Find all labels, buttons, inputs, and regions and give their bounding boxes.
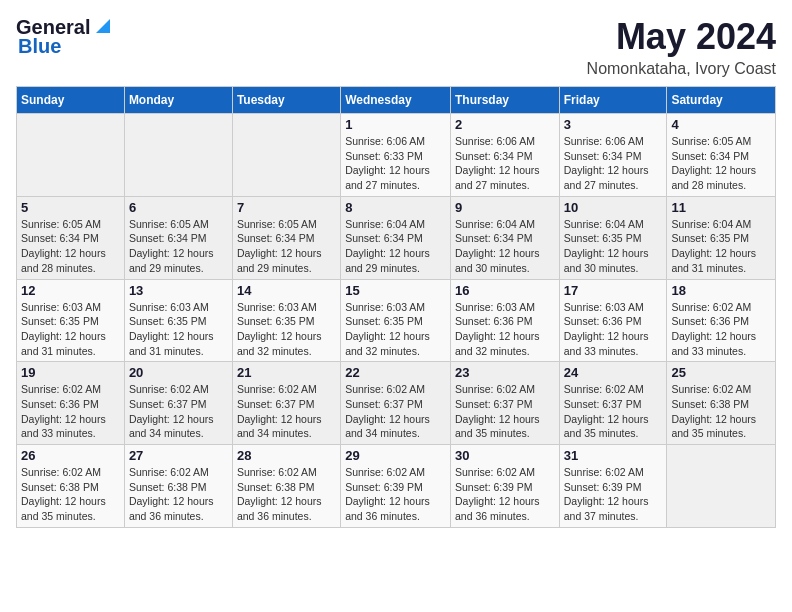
day-info: Sunrise: 6:02 AMSunset: 6:37 PMDaylight:… — [129, 383, 214, 439]
weekday-header: Saturday — [667, 87, 776, 114]
calendar-week-row: 26 Sunrise: 6:02 AMSunset: 6:38 PMDaylig… — [17, 445, 776, 528]
day-number: 1 — [345, 117, 446, 132]
day-number: 12 — [21, 283, 120, 298]
day-number: 28 — [237, 448, 336, 463]
day-number: 9 — [455, 200, 555, 215]
day-info: Sunrise: 6:02 AMSunset: 6:37 PMDaylight:… — [564, 383, 649, 439]
month-year: May 2024 — [587, 16, 776, 58]
weekday-header: Thursday — [450, 87, 559, 114]
day-number: 5 — [21, 200, 120, 215]
calendar-day-cell — [667, 445, 776, 528]
calendar-day-cell: 19 Sunrise: 6:02 AMSunset: 6:36 PMDaylig… — [17, 362, 125, 445]
location: Nomonkataha, Ivory Coast — [587, 60, 776, 78]
day-info: Sunrise: 6:02 AMSunset: 6:38 PMDaylight:… — [671, 383, 756, 439]
calendar-day-cell: 28 Sunrise: 6:02 AMSunset: 6:38 PMDaylig… — [232, 445, 340, 528]
calendar-day-cell: 8 Sunrise: 6:04 AMSunset: 6:34 PMDayligh… — [341, 196, 451, 279]
day-number: 3 — [564, 117, 663, 132]
day-info: Sunrise: 6:05 AMSunset: 6:34 PMDaylight:… — [129, 218, 214, 274]
weekday-header: Monday — [124, 87, 232, 114]
day-info: Sunrise: 6:02 AMSunset: 6:38 PMDaylight:… — [129, 466, 214, 522]
weekday-header: Sunday — [17, 87, 125, 114]
weekday-header: Friday — [559, 87, 667, 114]
calendar-day-cell: 18 Sunrise: 6:02 AMSunset: 6:36 PMDaylig… — [667, 279, 776, 362]
page-header: General Blue May 2024 Nomonkataha, Ivory… — [16, 16, 776, 78]
logo: General Blue — [16, 16, 114, 58]
day-number: 20 — [129, 365, 228, 380]
day-info: Sunrise: 6:03 AMSunset: 6:35 PMDaylight:… — [21, 301, 106, 357]
calendar-week-row: 5 Sunrise: 6:05 AMSunset: 6:34 PMDayligh… — [17, 196, 776, 279]
day-number: 10 — [564, 200, 663, 215]
day-info: Sunrise: 6:04 AMSunset: 6:35 PMDaylight:… — [564, 218, 649, 274]
calendar-day-cell: 3 Sunrise: 6:06 AMSunset: 6:34 PMDayligh… — [559, 114, 667, 197]
day-info: Sunrise: 6:03 AMSunset: 6:35 PMDaylight:… — [237, 301, 322, 357]
calendar-header-row: SundayMondayTuesdayWednesdayThursdayFrid… — [17, 87, 776, 114]
day-number: 29 — [345, 448, 446, 463]
calendar-day-cell: 16 Sunrise: 6:03 AMSunset: 6:36 PMDaylig… — [450, 279, 559, 362]
day-info: Sunrise: 6:02 AMSunset: 6:39 PMDaylight:… — [455, 466, 540, 522]
calendar-week-row: 19 Sunrise: 6:02 AMSunset: 6:36 PMDaylig… — [17, 362, 776, 445]
day-number: 19 — [21, 365, 120, 380]
day-info: Sunrise: 6:02 AMSunset: 6:39 PMDaylight:… — [564, 466, 649, 522]
day-info: Sunrise: 6:05 AMSunset: 6:34 PMDaylight:… — [237, 218, 322, 274]
day-number: 17 — [564, 283, 663, 298]
day-number: 8 — [345, 200, 446, 215]
day-number: 27 — [129, 448, 228, 463]
day-number: 30 — [455, 448, 555, 463]
day-number: 4 — [671, 117, 771, 132]
day-number: 21 — [237, 365, 336, 380]
day-info: Sunrise: 6:02 AMSunset: 6:37 PMDaylight:… — [345, 383, 430, 439]
day-info: Sunrise: 6:02 AMSunset: 6:37 PMDaylight:… — [455, 383, 540, 439]
calendar-day-cell: 7 Sunrise: 6:05 AMSunset: 6:34 PMDayligh… — [232, 196, 340, 279]
day-info: Sunrise: 6:03 AMSunset: 6:35 PMDaylight:… — [129, 301, 214, 357]
calendar-day-cell: 20 Sunrise: 6:02 AMSunset: 6:37 PMDaylig… — [124, 362, 232, 445]
calendar-day-cell: 25 Sunrise: 6:02 AMSunset: 6:38 PMDaylig… — [667, 362, 776, 445]
day-info: Sunrise: 6:04 AMSunset: 6:34 PMDaylight:… — [345, 218, 430, 274]
day-number: 22 — [345, 365, 446, 380]
day-number: 14 — [237, 283, 336, 298]
day-info: Sunrise: 6:06 AMSunset: 6:33 PMDaylight:… — [345, 135, 430, 191]
calendar-day-cell — [124, 114, 232, 197]
calendar-day-cell: 27 Sunrise: 6:02 AMSunset: 6:38 PMDaylig… — [124, 445, 232, 528]
calendar-day-cell: 1 Sunrise: 6:06 AMSunset: 6:33 PMDayligh… — [341, 114, 451, 197]
day-info: Sunrise: 6:02 AMSunset: 6:38 PMDaylight:… — [21, 466, 106, 522]
day-number: 16 — [455, 283, 555, 298]
day-number: 11 — [671, 200, 771, 215]
day-info: Sunrise: 6:02 AMSunset: 6:37 PMDaylight:… — [237, 383, 322, 439]
day-number: 24 — [564, 365, 663, 380]
day-info: Sunrise: 6:03 AMSunset: 6:36 PMDaylight:… — [564, 301, 649, 357]
day-number: 15 — [345, 283, 446, 298]
day-number: 26 — [21, 448, 120, 463]
day-info: Sunrise: 6:06 AMSunset: 6:34 PMDaylight:… — [564, 135, 649, 191]
day-number: 18 — [671, 283, 771, 298]
calendar-day-cell: 21 Sunrise: 6:02 AMSunset: 6:37 PMDaylig… — [232, 362, 340, 445]
title-block: May 2024 Nomonkataha, Ivory Coast — [587, 16, 776, 78]
calendar-day-cell: 26 Sunrise: 6:02 AMSunset: 6:38 PMDaylig… — [17, 445, 125, 528]
day-number: 7 — [237, 200, 336, 215]
calendar-day-cell: 11 Sunrise: 6:04 AMSunset: 6:35 PMDaylig… — [667, 196, 776, 279]
calendar-week-row: 12 Sunrise: 6:03 AMSunset: 6:35 PMDaylig… — [17, 279, 776, 362]
weekday-header: Tuesday — [232, 87, 340, 114]
day-info: Sunrise: 6:03 AMSunset: 6:36 PMDaylight:… — [455, 301, 540, 357]
calendar-day-cell: 9 Sunrise: 6:04 AMSunset: 6:34 PMDayligh… — [450, 196, 559, 279]
calendar-day-cell: 15 Sunrise: 6:03 AMSunset: 6:35 PMDaylig… — [341, 279, 451, 362]
day-number: 13 — [129, 283, 228, 298]
day-info: Sunrise: 6:06 AMSunset: 6:34 PMDaylight:… — [455, 135, 540, 191]
calendar-day-cell: 4 Sunrise: 6:05 AMSunset: 6:34 PMDayligh… — [667, 114, 776, 197]
day-info: Sunrise: 6:04 AMSunset: 6:35 PMDaylight:… — [671, 218, 756, 274]
calendar-table: SundayMondayTuesdayWednesdayThursdayFrid… — [16, 86, 776, 528]
calendar-day-cell: 6 Sunrise: 6:05 AMSunset: 6:34 PMDayligh… — [124, 196, 232, 279]
day-number: 6 — [129, 200, 228, 215]
calendar-day-cell: 13 Sunrise: 6:03 AMSunset: 6:35 PMDaylig… — [124, 279, 232, 362]
calendar-day-cell: 23 Sunrise: 6:02 AMSunset: 6:37 PMDaylig… — [450, 362, 559, 445]
calendar-day-cell: 12 Sunrise: 6:03 AMSunset: 6:35 PMDaylig… — [17, 279, 125, 362]
calendar-day-cell: 5 Sunrise: 6:05 AMSunset: 6:34 PMDayligh… — [17, 196, 125, 279]
day-number: 23 — [455, 365, 555, 380]
calendar-day-cell: 29 Sunrise: 6:02 AMSunset: 6:39 PMDaylig… — [341, 445, 451, 528]
calendar-day-cell: 24 Sunrise: 6:02 AMSunset: 6:37 PMDaylig… — [559, 362, 667, 445]
day-info: Sunrise: 6:02 AMSunset: 6:36 PMDaylight:… — [671, 301, 756, 357]
day-number: 2 — [455, 117, 555, 132]
day-info: Sunrise: 6:02 AMSunset: 6:39 PMDaylight:… — [345, 466, 430, 522]
calendar-day-cell: 31 Sunrise: 6:02 AMSunset: 6:39 PMDaylig… — [559, 445, 667, 528]
day-info: Sunrise: 6:03 AMSunset: 6:35 PMDaylight:… — [345, 301, 430, 357]
calendar-day-cell: 2 Sunrise: 6:06 AMSunset: 6:34 PMDayligh… — [450, 114, 559, 197]
